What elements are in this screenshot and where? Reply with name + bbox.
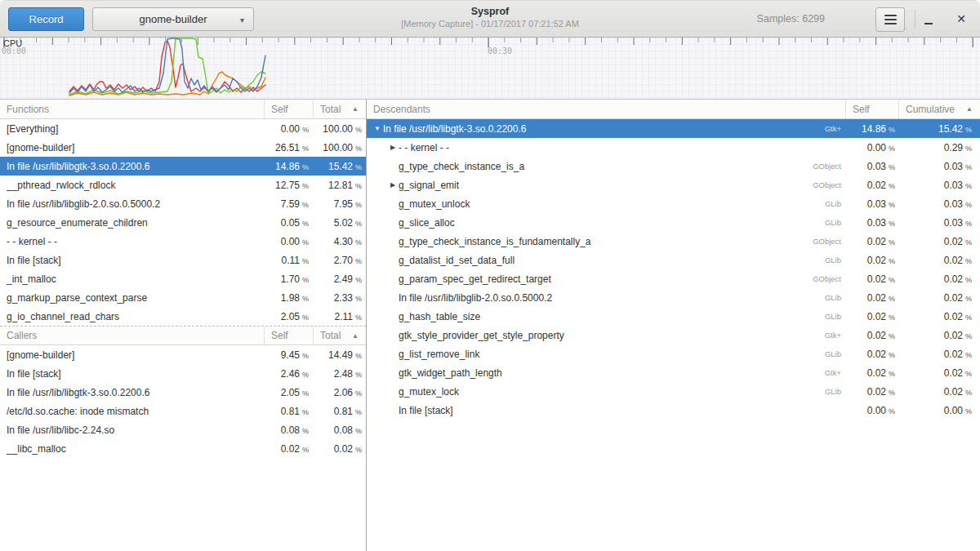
- tree-row[interactable]: gtk_style_provider_get_style_propertyGtk…: [367, 326, 980, 344]
- table-row[interactable]: In file [stack]2.46%2.48%: [0, 364, 366, 383]
- expander-closed-icon[interactable]: ▶: [387, 144, 399, 151]
- table-row[interactable]: g_resource_enumerate_children0.05%5.02%: [0, 213, 366, 232]
- tree-row[interactable]: g_hash_table_sizeGLib0.02%0.02%: [367, 307, 980, 326]
- descendant-name-cell: g_type_check_instance_is_aGObject: [367, 161, 845, 172]
- column-header-descendants[interactable]: Descendants: [367, 100, 845, 118]
- table-row[interactable]: [gnome-builder]26.51%100.00%: [0, 138, 366, 157]
- function-name: _int_malloc: [0, 273, 264, 285]
- header-bar: Record gnome-builder ▾ Sysprof [Memory C…: [0, 0, 980, 38]
- expander-closed-icon[interactable]: ▶: [387, 181, 399, 189]
- self-percent: 0.02%: [845, 180, 898, 191]
- column-header-functions[interactable]: Functions: [0, 100, 264, 118]
- self-percent: 0.02%: [845, 255, 898, 266]
- table-row[interactable]: In file /usr/lib/libgtk-3.so.0.2200.62.0…: [0, 383, 366, 402]
- column-header-total[interactable]: Total ▲: [313, 100, 366, 118]
- close-button[interactable]: ✕: [951, 6, 972, 32]
- tree-row[interactable]: g_mutex_unlockGLib0.03%0.03%: [367, 194, 980, 213]
- cumulative-percent: 0.02%: [898, 236, 980, 247]
- library-tag: Gtk+: [825, 331, 845, 340]
- tree-row[interactable]: ▶- - kernel - -0.00%0.29%: [367, 138, 980, 157]
- cpu-chart[interactable]: CPU 00:00 00:30: [0, 38, 980, 100]
- descendant-name: g_slice_alloc: [399, 217, 455, 229]
- total-percent: 2.06%: [313, 387, 366, 398]
- total-percent: 0.02%: [313, 443, 366, 455]
- self-percent: 2.05%: [264, 387, 313, 398]
- function-name: In file /usr/lib/libc-2.24.so: [0, 424, 264, 436]
- tree-row[interactable]: g_type_check_instance_is_aGObject0.03%0.…: [367, 157, 980, 176]
- total-percent: 15.42%: [313, 161, 366, 172]
- function-name: g_markup_parse_context_parse: [0, 292, 264, 304]
- tree-row[interactable]: In file [stack]0.00%0.00%: [367, 401, 980, 420]
- descendant-name-cell: g_mutex_unlockGLib: [367, 198, 845, 210]
- minimize-icon: [924, 23, 933, 24]
- tree-row[interactable]: gtk_widget_path_lengthGtk+0.02%0.02%: [367, 363, 980, 382]
- library-tag: GObject: [813, 237, 845, 246]
- expander-open-icon[interactable]: ▼: [372, 125, 383, 132]
- column-header-self[interactable]: Self: [264, 327, 313, 344]
- target-process-label: gnome-builder: [139, 13, 207, 25]
- time-label-start: 00:00: [2, 47, 26, 56]
- self-percent: 2.46%: [264, 368, 313, 380]
- table-row[interactable]: __libc_malloc0.02%0.02%: [0, 439, 366, 458]
- tree-row[interactable]: In file /usr/lib/libglib-2.0.so.0.5000.2…: [367, 288, 980, 307]
- self-percent: 26.51%: [264, 142, 313, 153]
- column-header-total[interactable]: Total ▲: [313, 327, 366, 344]
- descendant-name: gtk_widget_path_length: [399, 367, 502, 379]
- table-row[interactable]: [gnome-builder]9.45%14.49%: [0, 345, 366, 364]
- table-row[interactable]: _int_malloc1.70%2.49%: [0, 269, 366, 288]
- self-percent: 1.70%: [264, 273, 313, 285]
- table-row[interactable]: - - kernel - -0.00%4.30%: [0, 232, 366, 251]
- table-row[interactable]: In file [stack]0.11%2.70%: [0, 251, 366, 269]
- tree-row[interactable]: ▶g_signal_emitGObject0.02%0.03%: [367, 176, 980, 194]
- column-header-callers[interactable]: Callers: [0, 327, 264, 344]
- hamburger-menu-icon: [884, 15, 897, 16]
- tree-row[interactable]: g_type_check_instance_is_fundamentally_a…: [367, 232, 980, 251]
- table-row[interactable]: [Everything]0.00%100.00%: [0, 119, 366, 138]
- function-name: [gnome-builder]: [0, 349, 264, 361]
- cumulative-percent: 0.03%: [898, 180, 980, 191]
- self-percent: 0.02%: [845, 273, 898, 285]
- table-row[interactable]: In file /usr/lib/libglib-2.0.so.0.5000.2…: [0, 194, 366, 213]
- target-process-dropdown[interactable]: gnome-builder ▾: [92, 7, 254, 31]
- self-percent: 0.02%: [845, 330, 898, 341]
- self-percent: 14.86%: [845, 123, 898, 135]
- tree-row[interactable]: g_slice_allocGLib0.03%0.03%: [367, 213, 980, 232]
- self-percent: 0.81%: [264, 406, 313, 417]
- tree-row[interactable]: g_param_spec_get_redirect_targetGObject0…: [367, 269, 980, 288]
- table-row[interactable]: g_io_channel_read_chars2.05%2.11%: [0, 307, 366, 326]
- total-percent: 12.81%: [313, 180, 366, 191]
- descendant-name: g_signal_emit: [399, 180, 459, 191]
- functions-table-header: Functions Self Total ▲: [0, 100, 366, 119]
- function-name: [Everything]: [0, 123, 264, 135]
- table-row[interactable]: g_markup_parse_context_parse1.98%2.33%: [0, 288, 366, 307]
- cumulative-percent: 0.03%: [898, 217, 980, 229]
- descendant-name-cell: ▼In file /usr/lib/libgtk-3.so.0.2200.6Gt…: [367, 123, 845, 135]
- tree-row[interactable]: g_list_remove_linkGLib0.02%0.02%: [367, 344, 980, 363]
- descendants-pane: Descendants Self Cumulative ▲ ▼In file /…: [367, 100, 980, 551]
- table-row[interactable]: In file /usr/lib/libc-2.24.so0.08%0.08%: [0, 420, 366, 439]
- function-name: In file /usr/lib/libgtk-3.so.0.2200.6: [0, 161, 264, 172]
- self-percent: 0.02%: [845, 311, 898, 322]
- column-header-self[interactable]: Self: [264, 100, 313, 118]
- tree-row[interactable]: g_datalist_id_set_data_fullGLib0.02%0.02…: [367, 251, 980, 269]
- total-percent: 2.48%: [313, 368, 366, 380]
- hamburger-menu-button[interactable]: [875, 7, 905, 32]
- sysprof-window: Record gnome-builder ▾ Sysprof [Memory C…: [0, 0, 980, 551]
- column-header-cumulative[interactable]: Cumulative ▲: [898, 100, 980, 118]
- table-row[interactable]: In file /usr/lib/libgtk-3.so.0.2200.614.…: [0, 157, 366, 176]
- total-percent: 2.11%: [313, 311, 366, 322]
- minimize-button[interactable]: [920, 6, 938, 32]
- table-row[interactable]: __pthread_rwlock_rdlock12.75%12.81%: [0, 176, 366, 194]
- self-percent: 2.05%: [264, 311, 313, 322]
- function-name: g_io_channel_read_chars: [0, 311, 264, 322]
- table-row[interactable]: /etc/ld.so.cache: inode mismatch0.81%0.8…: [0, 402, 366, 420]
- record-button[interactable]: Record: [8, 7, 84, 31]
- column-header-self[interactable]: Self: [845, 100, 898, 118]
- tree-row[interactable]: g_mutex_lockGLib0.02%0.02%: [367, 382, 980, 401]
- self-percent: 0.00%: [264, 123, 313, 135]
- self-percent: 0.02%: [845, 386, 898, 398]
- descendant-name: In file /usr/lib/libglib-2.0.so.0.5000.2: [399, 292, 552, 304]
- descendant-name-cell: In file [stack]: [367, 405, 845, 416]
- tree-row[interactable]: ▼In file /usr/lib/libgtk-3.so.0.2200.6Gt…: [367, 119, 980, 138]
- self-percent: 0.03%: [845, 217, 898, 229]
